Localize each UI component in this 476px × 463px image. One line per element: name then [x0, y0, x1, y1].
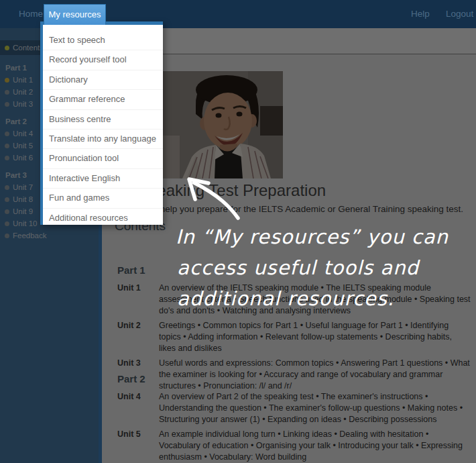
menu-item-business-centre[interactable]: Business centre [43, 110, 163, 130]
menu-item-interactive-english[interactable]: Interactive English [43, 169, 163, 189]
my-resources-tab[interactable]: My resources [44, 4, 106, 25]
menu-item-translate[interactable]: Translate into any language [43, 130, 163, 149]
menu-item-pronunciation-tool[interactable]: Pronunciation tool [43, 149, 163, 168]
nav-logout-link[interactable]: Logout [446, 0, 473, 28]
nav-home-link[interactable]: Home [19, 0, 43, 28]
nav-help-link[interactable]: Help [411, 0, 430, 28]
menu-item-fun-and-games[interactable]: Fun and games [43, 189, 163, 208]
my-resources-dropdown: Text to speech Record yourself tool Dict… [40, 21, 163, 225]
menu-item-additional-resources[interactable]: Additional resources [43, 209, 163, 227]
menu-item-grammar-reference[interactable]: Grammar reference [43, 90, 163, 109]
tutorial-text-line-3: additional resources. [177, 287, 394, 310]
menu-item-dictionary[interactable]: Dictionary [43, 70, 163, 90]
menu-item-record-yourself-tool[interactable]: Record yourself tool [43, 50, 163, 70]
tutorial-text-line-2: access useful tools and [177, 256, 419, 279]
tutorial-text-line-1: In “My resources” you can [176, 225, 449, 248]
menu-item-text-to-speech[interactable]: Text to speech [43, 31, 163, 50]
